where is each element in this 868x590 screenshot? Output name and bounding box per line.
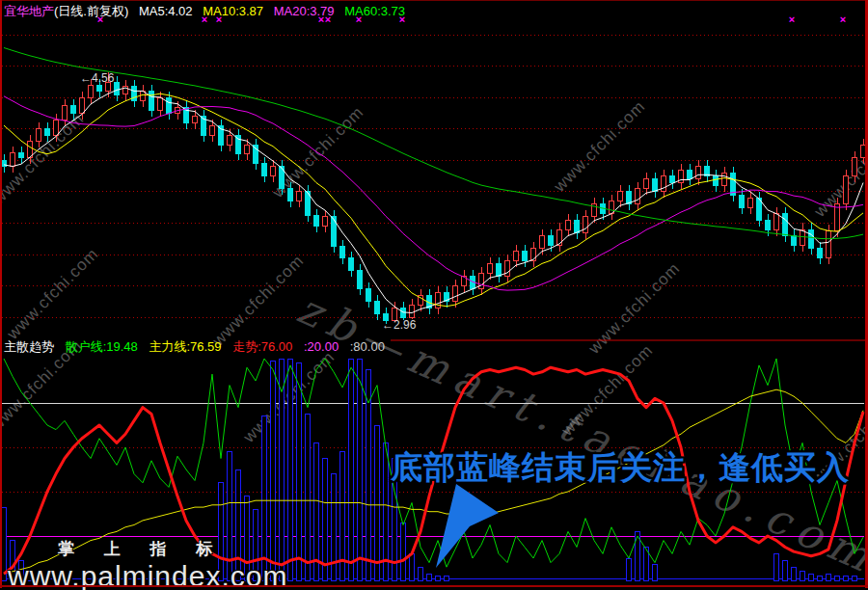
window-border-bottom — [0, 585, 868, 587]
stock-chart-window: www.cfchi.com www.cfchi.com www.cfchi.co… — [0, 0, 868, 590]
chart-header: 宜华地产(日线.前复权) MA5:4.02 MA10:3.87 MA20:3.7… — [4, 3, 412, 20]
indicator-header: 主散趋势 散户线:19.48 主力线:76.59 走势:76.00 :20.00… — [4, 338, 393, 356]
main-force-value: 主力线:76.59 — [149, 339, 221, 354]
level80-value: :80.00 — [350, 339, 385, 354]
ma10-value: MA10:3.87 — [203, 4, 263, 18]
retail-line-value: 散户线:19.48 — [66, 339, 138, 354]
ma60-value: MA60:3.73 — [344, 4, 405, 18]
annotation-arrow — [0, 0, 868, 590]
blue-arrow-icon — [436, 484, 499, 568]
window-border-left — [0, 0, 2, 588]
indicator-name: 主散趋势 — [4, 339, 54, 354]
trend-value: 走势:76.00 — [232, 339, 292, 354]
stock-title: 宜华地产 — [4, 4, 54, 18]
stock-title-suffix: (日线.前复权) — [54, 4, 128, 18]
level20-value: :20.00 — [304, 339, 339, 354]
ma5-value: MA5:4.02 — [139, 4, 193, 18]
ma20-value: MA20:3.79 — [274, 4, 335, 18]
window-border-top — [0, 0, 868, 1]
